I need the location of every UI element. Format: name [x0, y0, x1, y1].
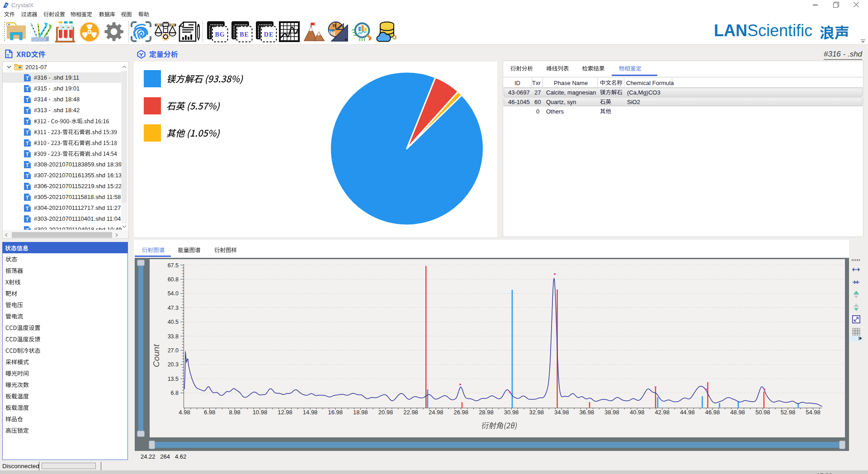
svg-text:33.8: 33.8 — [168, 333, 179, 340]
svg-text:40.98: 40.98 — [630, 409, 645, 416]
svg-text:52.98: 52.98 — [781, 409, 796, 416]
svg-text:22.98: 22.98 — [403, 409, 418, 416]
svg-text:54.0: 54.0 — [168, 290, 179, 297]
svg-text:54.98: 54.98 — [806, 409, 821, 416]
svg-text:60.8: 60.8 — [168, 276, 179, 283]
svg-text:28.98: 28.98 — [479, 409, 494, 416]
svg-text:46.98: 46.98 — [705, 409, 720, 416]
svg-text:Count: Count — [151, 344, 161, 367]
svg-text:67.5: 67.5 — [168, 262, 179, 269]
svg-text:8.98: 8.98 — [229, 409, 241, 416]
svg-text:44.98: 44.98 — [680, 409, 695, 416]
svg-text:4.98: 4.98 — [179, 409, 190, 416]
svg-text:36.98: 36.98 — [580, 409, 594, 416]
svg-text:16.98: 16.98 — [328, 409, 343, 416]
svg-text:40.5: 40.5 — [168, 319, 179, 325]
svg-text:20.98: 20.98 — [378, 409, 393, 416]
svg-text:27.0: 27.0 — [168, 347, 179, 354]
svg-text:42.98: 42.98 — [655, 409, 670, 416]
svg-text:47.3: 47.3 — [168, 305, 179, 311]
svg-text:48.98: 48.98 — [730, 409, 745, 416]
svg-text:32.98: 32.98 — [529, 409, 544, 416]
svg-text:26.98: 26.98 — [454, 409, 469, 416]
svg-text:20.3: 20.3 — [168, 361, 179, 368]
svg-text:24.98: 24.98 — [429, 409, 443, 416]
svg-text:18.98: 18.98 — [353, 409, 368, 416]
svg-text:50.98: 50.98 — [755, 409, 770, 416]
svg-text:38.98: 38.98 — [604, 409, 619, 416]
svg-text:34.98: 34.98 — [554, 409, 569, 416]
svg-text:6.98: 6.98 — [204, 409, 215, 416]
svg-text:13.5: 13.5 — [168, 376, 179, 382]
svg-text:14.98: 14.98 — [303, 409, 318, 416]
svg-text:30.98: 30.98 — [504, 409, 519, 416]
svg-text:10.98: 10.98 — [253, 409, 268, 416]
svg-text:6.8: 6.8 — [171, 390, 179, 396]
svg-text:12.98: 12.98 — [278, 409, 292, 416]
